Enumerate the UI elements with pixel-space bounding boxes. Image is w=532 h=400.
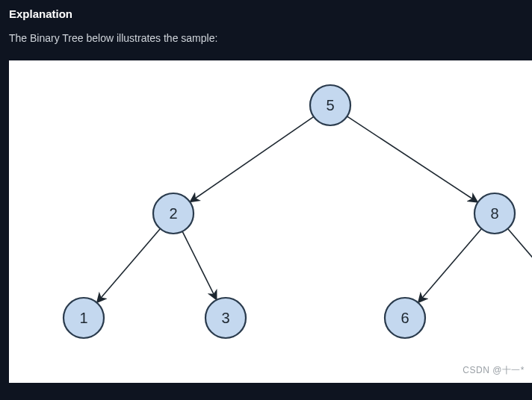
- tree-edge: [419, 229, 482, 302]
- explanation-section: Explanation The Binary Tree below illust…: [0, 0, 532, 383]
- tree-node: 5: [310, 85, 350, 125]
- watermark-text: CSDN @十一*: [463, 364, 525, 377]
- tree-node: 2: [153, 193, 194, 234]
- tree-edge: [191, 116, 314, 201]
- node-label: 2: [169, 205, 177, 222]
- tree-edge: [508, 229, 532, 319]
- nodes-layer: 528136: [64, 85, 515, 338]
- tree-node: 6: [385, 298, 425, 338]
- node-label: 8: [490, 205, 498, 222]
- tree-node: 8: [474, 193, 515, 234]
- node-label: 1: [79, 310, 87, 326]
- tree-svg: 528136: [9, 60, 532, 383]
- tree-edge: [182, 231, 216, 299]
- node-label: 5: [326, 97, 334, 113]
- tree-edge: [347, 116, 477, 201]
- node-label: 6: [400, 310, 409, 326]
- binary-tree-diagram: 528136 CSDN @十一*: [9, 60, 532, 383]
- tree-node: 1: [64, 298, 104, 338]
- tree-node: 3: [205, 298, 246, 338]
- section-heading: Explanation: [9, 7, 523, 20]
- section-subtext: The Binary Tree below illustrates the sa…: [9, 32, 523, 44]
- node-label: 3: [221, 310, 229, 326]
- tree-edge: [98, 229, 161, 302]
